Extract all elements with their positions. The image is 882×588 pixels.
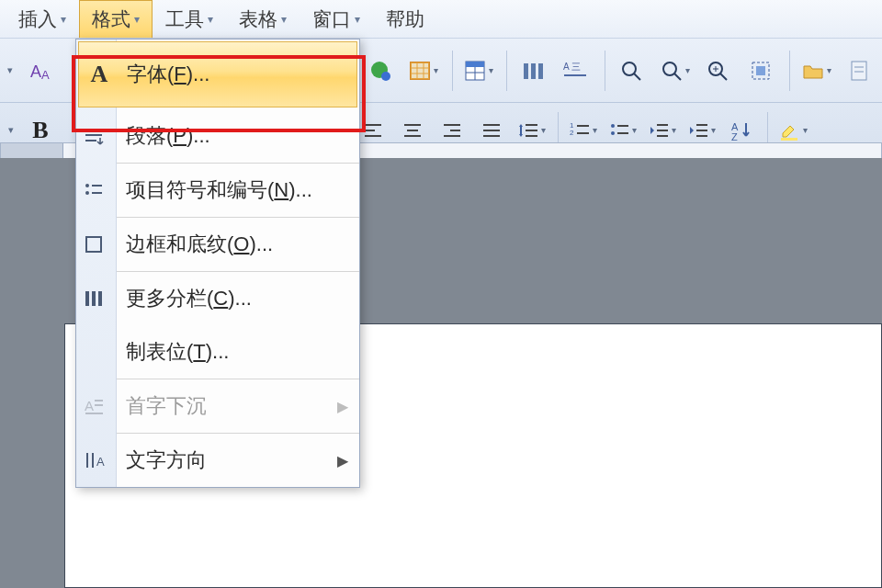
hyperlink-button[interactable] (360, 51, 401, 91)
text-direction-icon: A (84, 449, 109, 471)
numbered-list-icon: 12 (569, 119, 591, 141)
folder-icon (801, 59, 825, 83)
sort-az-icon: AZ (729, 119, 752, 141)
svg-point-57 (611, 131, 615, 135)
menuitem-borders-shading[interactable]: 边框和底纹(O)... (76, 218, 359, 271)
menu-tools[interactable]: 工具▾ (153, 0, 226, 38)
menuitem-drop-cap-label: 首字下沉 (126, 392, 207, 420)
chevron-down-icon: ▾ (355, 13, 360, 26)
menu-help-label: 帮助 (386, 6, 424, 32)
svg-rect-19 (538, 63, 543, 79)
submenu-arrow-icon: ▶ (337, 398, 348, 415)
menubar: 插入▾ 格式▾ 工具▾ 表格▾ 窗口▾ 帮助 (0, 0, 882, 39)
menuitem-more-columns-label: 更多分栏(C)... (126, 285, 252, 312)
svg-rect-78 (92, 291, 96, 306)
menu-window-label: 窗口 (312, 6, 351, 32)
menuitem-text-direction[interactable]: A 文字方向 ▶ (76, 434, 359, 487)
menu-help[interactable]: 帮助 (373, 0, 437, 38)
zoom100-icon (706, 59, 729, 83)
svg-rect-76 (86, 237, 101, 252)
zoom-out-button[interactable] (611, 51, 651, 91)
dropdown-handle[interactable]: ▾ (3, 51, 17, 91)
dropcap-icon: A (84, 396, 109, 416)
menuitem-tab-stops[interactable]: 制表位(T)... (76, 325, 359, 379)
svg-rect-32 (756, 66, 765, 75)
chevron-down-icon: ▾ (803, 125, 808, 135)
menuitem-tab-stops-label: 制表位(T)... (126, 338, 229, 366)
svg-text:Z: Z (731, 131, 738, 141)
svg-point-6 (381, 72, 390, 81)
svg-point-73 (85, 191, 89, 195)
shading-icon (408, 59, 432, 83)
svg-text:三: 三 (571, 62, 581, 72)
table-icon (463, 59, 487, 83)
chevron-down-icon: ▾ (541, 125, 546, 135)
svg-point-72 (85, 184, 89, 187)
char-strike-button[interactable]: A三 (556, 51, 596, 91)
shading-button[interactable]: ▾ (403, 51, 444, 91)
menuitem-font-label: 字体(F)... (127, 61, 209, 88)
chevron-down-icon: ▾ (61, 13, 66, 26)
forms-button[interactable] (839, 51, 879, 91)
hyperlink-icon (368, 59, 392, 83)
svg-text:A: A (96, 455, 105, 469)
insert-table-button[interactable]: ▾ (458, 51, 498, 91)
svg-rect-68 (781, 138, 797, 141)
menuitem-paragraph-label: 段落(P)... (126, 122, 210, 150)
chevron-down-icon: ▾ (827, 65, 831, 75)
chevron-down-icon: ▾ (434, 65, 438, 75)
svg-rect-14 (466, 62, 484, 67)
bullet-list-icon (608, 119, 630, 141)
columns-icon (521, 59, 545, 83)
menu-format[interactable]: 格式▾ (79, 0, 153, 38)
menuitem-borders-label: 边框和底纹(O)... (126, 231, 273, 258)
align-right-icon (441, 119, 463, 141)
menuitem-bullets-label: 项目符号和编号(N)... (126, 176, 312, 204)
menuitem-paragraph[interactable]: 段落(P)... (76, 109, 359, 163)
svg-rect-18 (531, 63, 536, 79)
chevron-down-icon: ▾ (489, 65, 493, 75)
menu-table-label: 表格 (239, 6, 277, 32)
menu-insert-label: 插入 (18, 6, 57, 32)
bullets-icon (84, 180, 109, 200)
select-all-icon (749, 59, 773, 83)
svg-rect-12 (411, 62, 429, 79)
zoom-dropdown-button[interactable]: ▾ (654, 51, 695, 91)
separator (452, 51, 453, 91)
menuitem-more-columns[interactable]: 更多分栏(C)... (76, 272, 359, 325)
menuitem-font[interactable]: A 字体(F)... (78, 41, 357, 107)
paragraph-icon (84, 125, 109, 147)
align-justify-icon (481, 119, 503, 141)
menuitem-drop-cap: A 首字下沉 ▶ (76, 379, 359, 433)
style-aa-icon: AA (29, 59, 53, 83)
svg-rect-17 (524, 63, 528, 79)
chevron-down-icon: ▾ (281, 13, 287, 26)
svg-rect-33 (852, 62, 866, 80)
menu-window[interactable]: 窗口▾ (300, 0, 373, 38)
select-all-button[interactable] (741, 51, 781, 91)
columns-icon (84, 288, 109, 309)
svg-rect-77 (85, 291, 89, 306)
abc-strike-icon: A三 (562, 59, 590, 83)
style-aa-button[interactable]: AA (21, 51, 62, 91)
menu-table[interactable]: 表格▾ (226, 0, 300, 38)
forms-icon (847, 59, 871, 83)
menu-insert[interactable]: 插入▾ (6, 0, 79, 38)
separator (605, 51, 605, 91)
align-center-icon (401, 119, 424, 141)
menuitem-text-direction-label: 文字方向 (126, 447, 207, 474)
svg-text:A: A (563, 62, 570, 72)
menuitem-bullets-numbering[interactable]: 项目符号和编号(N)... (76, 164, 359, 217)
highlight-icon (777, 119, 801, 142)
svg-point-25 (663, 62, 676, 75)
chevron-down-icon: ▾ (134, 13, 140, 26)
zoom100-button[interactable] (697, 51, 738, 91)
submenu-arrow-icon: ▶ (337, 452, 348, 469)
columns-button[interactable] (513, 51, 553, 91)
chevron-down-icon: ▾ (208, 13, 213, 26)
svg-text:A: A (30, 62, 41, 81)
chevron-down-icon: ▾ (672, 125, 676, 135)
decrease-indent-icon (648, 119, 670, 141)
open-folder-button[interactable]: ▾ (796, 51, 836, 91)
zoom-out-icon (619, 59, 643, 83)
